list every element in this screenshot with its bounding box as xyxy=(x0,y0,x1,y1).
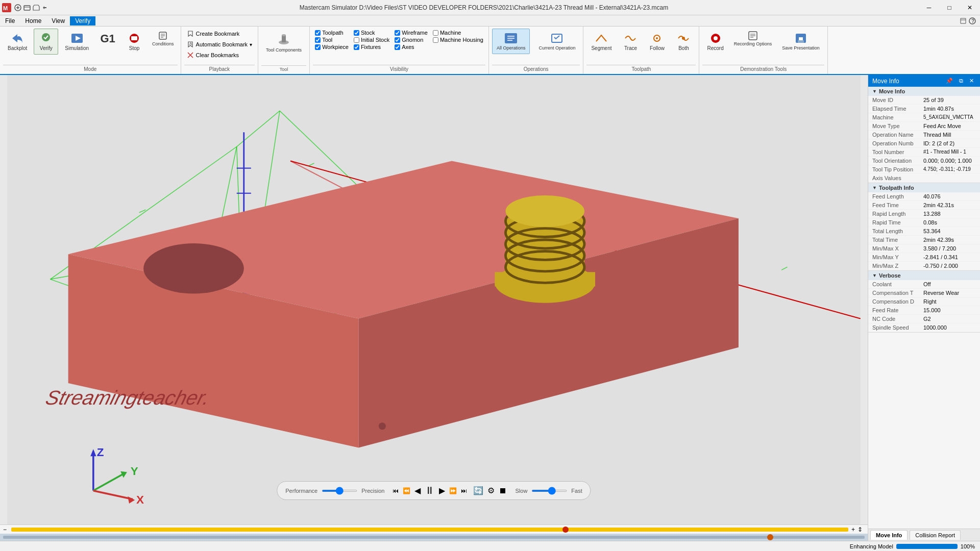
row-tool-number: Tool Number #1 - Thread Mill - 1 xyxy=(868,148,980,157)
progress-plus-icon[interactable]: + xyxy=(850,526,857,533)
toolpath-group-label: Toolpath xyxy=(586,65,696,72)
speed-slider[interactable] xyxy=(531,490,567,492)
progress-arrows-icon[interactable]: ⇕ xyxy=(857,526,866,533)
record-button[interactable]: Record xyxy=(702,29,728,55)
help-icon: ? xyxy=(969,17,976,24)
status-pct: 100% xyxy=(961,543,975,549)
menu-file[interactable]: File xyxy=(0,16,20,26)
viewport[interactable]: Streamingteacher. Z Y X Per xyxy=(0,75,868,541)
tool-components-button[interactable]: Tool Components xyxy=(261,29,306,56)
skip-end-btn[interactable]: ⏭ xyxy=(461,487,467,494)
menu-home[interactable]: Home xyxy=(20,16,46,26)
svg-rect-14 xyxy=(282,35,286,42)
visibility-checkboxes-far: Machine Machine Housing xyxy=(431,29,485,44)
stop-btn[interactable]: ⏹ xyxy=(499,486,507,495)
ribbon-group-toolpath: Segment Trace Follow Both Toolpath xyxy=(583,27,699,74)
verbose-section: ▼ Verbose Coolant Off Compensation T Rev… xyxy=(868,271,980,333)
menu-verify[interactable]: Verify xyxy=(70,16,95,26)
step-back-btn[interactable]: ◀ xyxy=(414,486,421,495)
yellow-progress-bar[interactable]: − + ⇕ xyxy=(0,524,868,534)
segment-button[interactable]: Segment xyxy=(586,29,616,55)
tool-checkbox[interactable]: Tool xyxy=(315,37,349,43)
fixtures-checkbox[interactable]: Fixtures xyxy=(354,44,389,50)
tc-group-label: Tool xyxy=(261,65,306,72)
create-bookmark-button[interactable]: Create Bookmark xyxy=(184,29,255,39)
svg-point-19 xyxy=(656,37,658,39)
bookmark-buttons: Create Bookmark A Automatic Bookmark ▾ C… xyxy=(184,29,255,60)
maximize-button[interactable]: □ xyxy=(939,0,960,15)
axes-checkbox[interactable]: Axes xyxy=(395,44,428,50)
workpiece-checkbox[interactable]: Workpiece xyxy=(315,44,349,50)
move-info-section-header[interactable]: ▼ Move Info xyxy=(868,87,980,96)
verify-button[interactable]: Verify xyxy=(34,29,58,55)
save-presentation-button[interactable]: Save Presentation xyxy=(777,29,824,54)
trace-button[interactable]: Trace xyxy=(618,29,643,55)
row-minmax-y: Min/Max Y -2.841 / 0.341 xyxy=(868,253,980,262)
tool-conditions-button[interactable]: Conditions xyxy=(149,29,178,49)
stop-button[interactable]: Stop xyxy=(122,29,146,55)
machine-housing-checkbox[interactable]: Machine Housing xyxy=(433,37,483,43)
blue-fill[interactable] xyxy=(3,536,865,539)
close-button[interactable]: ✕ xyxy=(960,0,980,15)
slow-label: Slow xyxy=(515,488,527,494)
settings-btn[interactable]: ⚙ xyxy=(487,486,495,495)
window-controls[interactable]: ─ □ ✕ xyxy=(919,0,980,15)
step-fwd-btn[interactable]: ▶ xyxy=(439,486,445,495)
3d-viewport-svg: Streamingteacher. Z Y X xyxy=(0,75,868,541)
recording-options-button[interactable]: Recording Options xyxy=(730,29,776,49)
perf-label: Performance xyxy=(285,488,317,494)
toolpath-info-section: ▼ Toolpath Info Feed Length 40.076 Feed … xyxy=(868,183,980,271)
tab-move-info[interactable]: Move Info xyxy=(870,530,908,540)
yellow-progress-thumb[interactable] xyxy=(562,527,569,533)
stock-checkbox[interactable]: Stock xyxy=(354,30,389,36)
row-nc-code: NC Code G2 xyxy=(868,315,980,323)
svg-text:A: A xyxy=(189,41,192,46)
wireframe-checkbox[interactable]: Wireframe xyxy=(395,30,428,36)
all-operations-button[interactable]: All Operations xyxy=(492,29,530,54)
performance-slider[interactable] xyxy=(322,490,357,492)
row-operation-num: Operation Numb ID: 2 (2 of 2) xyxy=(868,139,980,148)
menu-view[interactable]: View xyxy=(46,16,70,26)
follow-button[interactable]: Follow xyxy=(645,29,669,55)
frame-fwd-btn[interactable]: ⏩ xyxy=(449,487,457,494)
simulation-button[interactable]: Simulation xyxy=(60,29,93,55)
row-move-id: Move ID 25 of 39 xyxy=(868,96,980,105)
backplot-button[interactable]: Backplot xyxy=(3,29,32,55)
row-comp-type: Compensation T Reverse Wear xyxy=(868,289,980,297)
auto-bookmark-button[interactable]: A Automatic Bookmark ▾ xyxy=(184,39,255,49)
initial-stock-checkbox[interactable]: Initial Stock xyxy=(354,37,389,43)
blue-progress-thumb[interactable] xyxy=(767,534,773,540)
minimize-button[interactable]: ─ xyxy=(919,0,939,15)
loop-btn[interactable]: 🔄 xyxy=(473,486,483,495)
panel-pin-btn[interactable]: 📌 xyxy=(944,77,955,85)
panel-close-btn[interactable]: ✕ xyxy=(967,77,976,85)
skip-start-btn[interactable]: ⏮ xyxy=(393,487,399,494)
g1-button[interactable]: G1 xyxy=(95,29,120,56)
toolpath-checkbox[interactable]: Toolpath xyxy=(315,30,349,36)
svg-text:?: ? xyxy=(971,18,974,24)
tab-collision-report[interactable]: Collision Report xyxy=(910,530,961,540)
progress-minus-icon[interactable]: − xyxy=(2,526,9,533)
verbose-rows: Coolant Off Compensation T Reverse Wear … xyxy=(868,280,980,332)
both-button[interactable]: Both xyxy=(671,29,696,55)
clear-bookmarks-button[interactable]: Clear Bookmarks xyxy=(184,50,255,60)
ribbon-group-visibility: Toolpath Tool Workpiece Stock Initial St… xyxy=(310,27,489,74)
fast-label: Fast xyxy=(571,488,582,494)
svg-rect-3 xyxy=(24,6,30,10)
row-total-time: Total Time 2min 42.39s xyxy=(868,236,980,244)
menu-bar: File Home View Verify ? xyxy=(0,15,980,27)
current-operation-button[interactable]: Current Operation xyxy=(534,29,580,54)
gnomon-checkbox[interactable]: Gnomon xyxy=(395,37,428,43)
svg-point-20 xyxy=(682,37,685,40)
machine-checkbox[interactable]: Machine xyxy=(433,30,483,36)
ribbon-group-mode: Backplot Verify Simulation G1 Stop Condi… xyxy=(0,27,181,74)
yellow-fill[interactable] xyxy=(11,528,848,532)
status-progress-area: Enhancing Model 100% xyxy=(850,543,975,549)
panel-undock-btn[interactable]: ⧉ xyxy=(957,77,965,85)
verbose-section-header[interactable]: ▼ Verbose xyxy=(868,271,980,280)
blue-progress-bar[interactable] xyxy=(0,534,868,541)
toolpath-info-section-header[interactable]: ▼ Toolpath Info xyxy=(868,183,980,192)
frame-back-btn[interactable]: ⏪ xyxy=(403,487,410,494)
row-rapid-time: Rapid Time 0.08s xyxy=(868,218,980,227)
pause-btn[interactable]: ⏸ xyxy=(425,485,435,496)
